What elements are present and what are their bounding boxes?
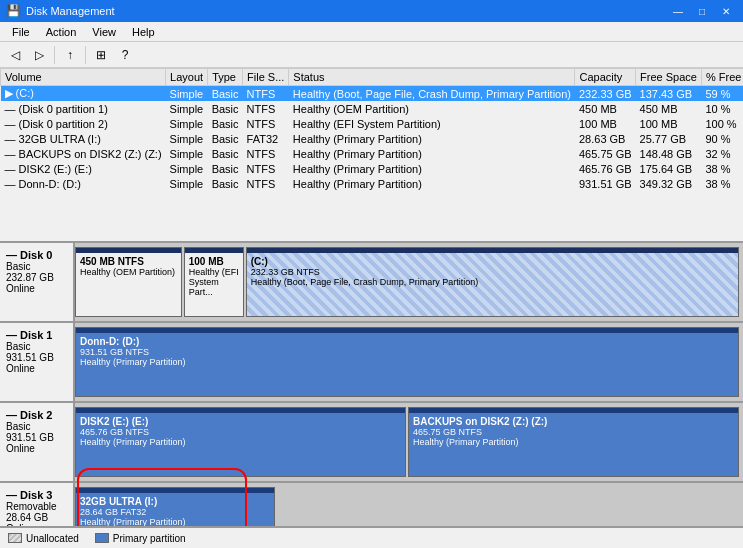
cell-free: 137.43 GB [636, 86, 702, 102]
maximize-button[interactable]: □ [691, 3, 713, 19]
cell-type: Basic [208, 86, 243, 102]
cell-volume: — DISK2 (E:) (E:) [1, 162, 166, 177]
legend-label-unallocated: Unallocated [26, 533, 79, 544]
disk-0-partitions: 450 MB NTFS Healthy (OEM Partition) 100 … [75, 243, 743, 321]
menu-action[interactable]: Action [38, 24, 85, 40]
col-layout[interactable]: Layout [166, 69, 208, 86]
disk-1-partitions: Donn-D: (D:) 931.51 GB NTFS Healthy (Pri… [75, 323, 743, 401]
cell-layout: Simple [166, 132, 208, 147]
cell-fs: FAT32 [243, 132, 289, 147]
cell-free: 175.64 GB [636, 162, 702, 177]
cell-type: Basic [208, 117, 243, 132]
title-bar-title: Disk Management [26, 5, 115, 17]
cell-free: 100 MB [636, 117, 702, 132]
cell-fs: NTFS [243, 177, 289, 192]
table-row[interactable]: ▶ (C:) Simple Basic NTFS Healthy (Boot, … [1, 86, 744, 102]
properties-button[interactable]: ⊞ [90, 44, 112, 66]
col-volume[interactable]: Volume [1, 69, 166, 86]
disk0-partition-efi[interactable]: 100 MB Healthy (EFI System Part... [184, 247, 244, 317]
cell-pct: 38 % [701, 162, 743, 177]
menu-bar: File Action View Help [0, 22, 743, 42]
forward-button[interactable]: ▷ [28, 44, 50, 66]
help-button[interactable]: ? [114, 44, 136, 66]
table-row[interactable]: — Donn-D: (D:) Simple Basic NTFS Healthy… [1, 177, 744, 192]
disk2-partition-z[interactable]: BACKUPS on DISK2 (Z:) (Z:) 465.75 GB NTF… [408, 407, 739, 477]
main-content: Volume Layout Type File S... Status Capa… [0, 68, 743, 548]
col-type[interactable]: Type [208, 69, 243, 86]
toolbar: ◁ ▷ ↑ ⊞ ? [0, 42, 743, 68]
legend-box-primary [95, 533, 109, 543]
disk3-partition-i[interactable]: 32GB ULTRA (I:) 28.64 GB FAT32 Healthy (… [75, 487, 275, 526]
disk2-partition-e[interactable]: DISK2 (E:) (E:) 465.76 GB NTFS Healthy (… [75, 407, 406, 477]
col-free[interactable]: Free Space [636, 69, 702, 86]
table-row[interactable]: — 32GB ULTRA (I:) Simple Basic FAT32 Hea… [1, 132, 744, 147]
cell-layout: Simple [166, 102, 208, 117]
cell-capacity: 931.51 GB [575, 177, 636, 192]
disk0-partition-c[interactable]: (C:) 232.33 GB NTFS Healthy (Boot, Page … [246, 247, 739, 317]
cell-pct: 59 % [701, 86, 743, 102]
cell-volume: — Donn-D: (D:) [1, 177, 166, 192]
cell-type: Basic [208, 177, 243, 192]
disk-2-partitions: DISK2 (E:) (E:) 465.76 GB NTFS Healthy (… [75, 403, 743, 481]
cell-pct: 38 % [701, 177, 743, 192]
cell-pct: 90 % [701, 132, 743, 147]
cell-status: Healthy (EFI System Partition) [289, 117, 575, 132]
title-bar[interactable]: 💾 Disk Management — □ ✕ [0, 0, 743, 22]
up-button[interactable]: ↑ [59, 44, 81, 66]
cell-layout: Simple [166, 177, 208, 192]
cell-pct: 10 % [701, 102, 743, 117]
col-pct[interactable]: % Free [701, 69, 743, 86]
disk-row-1: — Disk 1 Basic 931.51 GB Online Donn-D: … [0, 323, 743, 403]
cell-volume: — 32GB ULTRA (I:) [1, 132, 166, 147]
cell-fs: NTFS [243, 117, 289, 132]
cell-fs: NTFS [243, 86, 289, 102]
cell-capacity: 28.63 GB [575, 132, 636, 147]
disk-row-3: — Disk 3 Removable 28.64 GB Online 32GB … [0, 483, 743, 526]
cell-capacity: 100 MB [575, 117, 636, 132]
menu-view[interactable]: View [84, 24, 124, 40]
cell-volume: — (Disk 0 partition 2) [1, 117, 166, 132]
cell-volume: — (Disk 0 partition 1) [1, 102, 166, 117]
col-fs[interactable]: File S... [243, 69, 289, 86]
cell-layout: Simple [166, 86, 208, 102]
minimize-button[interactable]: — [667, 3, 689, 19]
col-capacity[interactable]: Capacity [575, 69, 636, 86]
cell-free: 349.32 GB [636, 177, 702, 192]
back-button[interactable]: ◁ [4, 44, 26, 66]
cell-volume: — BACKUPS on DISK2 (Z:) (Z:) [1, 147, 166, 162]
cell-layout: Simple [166, 147, 208, 162]
volume-table-area[interactable]: Volume Layout Type File S... Status Capa… [0, 68, 743, 243]
cell-fs: NTFS [243, 147, 289, 162]
cell-type: Basic [208, 102, 243, 117]
disk0-partition-oem[interactable]: 450 MB NTFS Healthy (OEM Partition) [75, 247, 182, 317]
cell-status: Healthy (Boot, Page File, Crash Dump, Pr… [289, 86, 575, 102]
title-bar-icon: 💾 [6, 4, 21, 18]
disk1-partition-d[interactable]: Donn-D: (D:) 931.51 GB NTFS Healthy (Pri… [75, 327, 739, 397]
col-status[interactable]: Status [289, 69, 575, 86]
volume-table: Volume Layout Type File S... Status Capa… [0, 68, 743, 192]
disk-visualization-area: — Disk 0 Basic 232.87 GB Online 450 MB N… [0, 243, 743, 526]
cell-volume: ▶ (C:) [1, 86, 166, 102]
cell-capacity: 465.76 GB [575, 162, 636, 177]
cell-pct: 32 % [701, 147, 743, 162]
table-row[interactable]: — (Disk 0 partition 2) Simple Basic NTFS… [1, 117, 744, 132]
cell-type: Basic [208, 162, 243, 177]
table-row[interactable]: — DISK2 (E:) (E:) Simple Basic NTFS Heal… [1, 162, 744, 177]
cell-pct: 100 % [701, 117, 743, 132]
legend-label-primary: Primary partition [113, 533, 186, 544]
cell-type: Basic [208, 147, 243, 162]
cell-layout: Simple [166, 117, 208, 132]
close-button[interactable]: ✕ [715, 3, 737, 19]
menu-help[interactable]: Help [124, 24, 163, 40]
disk-label-0: — Disk 0 Basic 232.87 GB Online [0, 243, 75, 321]
cell-status: Healthy (Primary Partition) [289, 132, 575, 147]
disk-row-0: — Disk 0 Basic 232.87 GB Online 450 MB N… [0, 243, 743, 323]
cell-free: 450 MB [636, 102, 702, 117]
cell-layout: Simple [166, 162, 208, 177]
cell-status: Healthy (OEM Partition) [289, 102, 575, 117]
table-row[interactable]: — BACKUPS on DISK2 (Z:) (Z:) Simple Basi… [1, 147, 744, 162]
cell-capacity: 232.33 GB [575, 86, 636, 102]
legend-box-unallocated [8, 533, 22, 543]
menu-file[interactable]: File [4, 24, 38, 40]
table-row[interactable]: — (Disk 0 partition 1) Simple Basic NTFS… [1, 102, 744, 117]
